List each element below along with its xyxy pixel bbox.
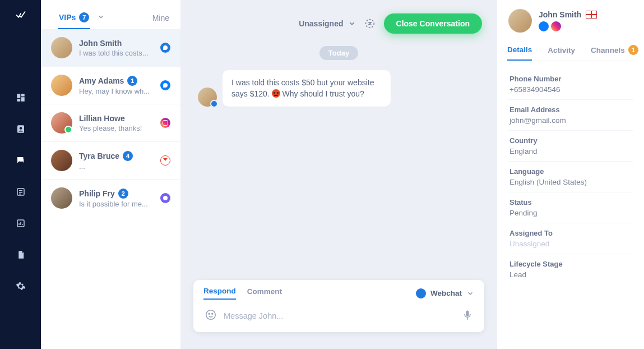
svg-point-16: [209, 313, 210, 314]
contact-name: Philip Fry: [79, 189, 115, 198]
svg-rect-0: [17, 94, 20, 98]
avatar: [51, 187, 72, 209]
tab-vips[interactable]: VIPs 7: [58, 7, 90, 29]
channel-mini-badge: [210, 100, 218, 108]
conversation-meta: Philip Fry2Is it possible for me...: [79, 189, 150, 208]
conversation-item[interactable]: Lillian HoweYes please, thanks!: [41, 104, 180, 141]
field-status[interactable]: Status Pending: [508, 192, 633, 223]
message-input[interactable]: [224, 311, 455, 320]
nav-chat-icon[interactable]: [11, 150, 31, 171]
contact-name: John Smith: [79, 39, 122, 48]
england-flag-icon: [586, 11, 597, 19]
chat-header: Unassigned Close Conversation: [181, 0, 497, 39]
instagram-icon: [551, 21, 561, 31]
assignment-label: Unassigned: [299, 19, 343, 28]
contact-name: Amy Adams: [79, 76, 124, 85]
unread-badge: 2: [118, 189, 128, 199]
unread-badge: 4: [123, 151, 133, 161]
avatar: [51, 112, 72, 134]
composer-tab-comment[interactable]: Comment: [247, 287, 282, 299]
unread-badge: 1: [127, 76, 137, 86]
field-label: Assigned To: [509, 229, 632, 237]
field-lifecycle[interactable]: Lifecycle Stage Lead: [508, 254, 633, 284]
contact-details-pane: John Smith Details Activity Channels 1 P…: [497, 0, 644, 349]
svg-rect-3: [17, 99, 20, 102]
channels-count-badge: 1: [628, 45, 638, 55]
chat-pane: Unassigned Close Conversation Today I wa…: [181, 0, 497, 349]
conversation-item[interactable]: Philip Fry2Is it possible for me...: [41, 179, 180, 217]
message-bubble: I was told this costs $50 but your websi…: [223, 70, 391, 107]
field-value: +65834904546: [509, 85, 632, 94]
composer-channel-picker[interactable]: Webchat: [416, 288, 474, 299]
details-tab-channels[interactable]: Channels 1: [591, 39, 638, 61]
chevron-down-icon: [466, 290, 474, 297]
field-value: john@gmail.com: [509, 116, 632, 125]
avatar: [51, 75, 72, 96]
conversation-meta: Tyra Bruce4...: [79, 151, 150, 171]
nav-dashboard-icon[interactable]: [11, 88, 31, 108]
details-tab-activity[interactable]: Activity: [548, 39, 575, 61]
message-preview: Is it possible for me...: [79, 200, 150, 208]
conversation-items: John SmithI was told this costs...Amy Ad…: [41, 29, 180, 349]
tabs-dropdown-icon[interactable]: [97, 13, 105, 23]
field-assigned-to[interactable]: Assigned To Unassigned: [508, 223, 633, 254]
date-separator: Today: [319, 46, 358, 60]
field-label: Email Address: [509, 105, 632, 114]
instagram-icon: [160, 118, 170, 128]
svg-rect-18: [466, 311, 469, 316]
conversation-item[interactable]: Amy Adams1Hey, may I know wh...: [41, 66, 180, 104]
message-avatar: [198, 88, 217, 107]
field-value: Lead: [509, 270, 632, 279]
avatar: [51, 37, 72, 58]
messenger-icon: [160, 80, 170, 90]
message-preview: ...: [79, 162, 150, 171]
message-preview: Hey, may I know wh...: [79, 87, 150, 95]
svg-rect-1: [21, 94, 24, 97]
field-phone[interactable]: Phone Number +65834904546: [508, 69, 633, 100]
close-conversation-button[interactable]: Close Conversation: [384, 13, 482, 34]
field-email[interactable]: Email Address john@gmail.com: [508, 100, 633, 131]
voice-button[interactable]: [462, 309, 473, 323]
field-value: England: [509, 147, 632, 155]
viber-icon: [160, 193, 170, 203]
composer: Respond Comment Webchat: [193, 280, 484, 332]
webchat-icon: [160, 43, 170, 53]
field-label: Phone Number: [509, 75, 632, 83]
conversation-item[interactable]: Tyra Bruce4...: [41, 141, 180, 179]
angry-emoji-icon: [272, 89, 280, 98]
avatar: [51, 150, 72, 171]
conversation-item[interactable]: John SmithI was told this costs...: [41, 29, 180, 66]
nav-rail: [0, 0, 41, 349]
svg-point-5: [19, 127, 22, 130]
nav-settings-icon[interactable]: [11, 276, 31, 296]
message-preview: Yes please, thanks!: [79, 124, 150, 132]
nav-analytics-icon[interactable]: [11, 213, 31, 233]
field-value: Pending: [509, 209, 632, 217]
message-text-post: Why should I trust you?: [280, 89, 364, 98]
contact-name: John Smith: [539, 10, 581, 19]
composer-tabs: Respond Comment Webchat: [203, 287, 474, 300]
field-label: Country: [509, 136, 632, 145]
field-language[interactable]: Language English (United States): [508, 162, 633, 192]
assignment-dropdown[interactable]: Unassigned: [299, 19, 355, 28]
field-value: Unassigned: [509, 240, 632, 248]
contact-name: Tyra Bruce: [79, 151, 119, 160]
conversation-list: VIPs 7 Mine John SmithI was told this co…: [41, 0, 181, 349]
nav-contacts-icon[interactable]: [11, 119, 31, 139]
emoji-button[interactable]: [205, 309, 217, 323]
contact-name: Lillian Howe: [79, 114, 125, 123]
composer-tab-respond[interactable]: Respond: [203, 287, 236, 300]
composer-channel-label: Webchat: [430, 289, 462, 297]
webchat-icon: [416, 288, 426, 299]
conversation-meta: Amy Adams1Hey, may I know wh...: [79, 76, 150, 95]
field-label: Language: [509, 167, 632, 176]
chevron-down-icon: [348, 20, 356, 27]
snooze-button[interactable]: [364, 17, 376, 30]
details-tab-details[interactable]: Details: [507, 39, 532, 61]
tab-mine[interactable]: Mine: [151, 8, 170, 28]
message-preview: I was told this costs...: [79, 49, 150, 57]
nav-list-icon[interactable]: [11, 182, 31, 202]
field-country[interactable]: Country England: [508, 131, 633, 162]
conversation-tabs: VIPs 7 Mine: [41, 0, 180, 29]
nav-docs-icon[interactable]: [11, 245, 31, 265]
